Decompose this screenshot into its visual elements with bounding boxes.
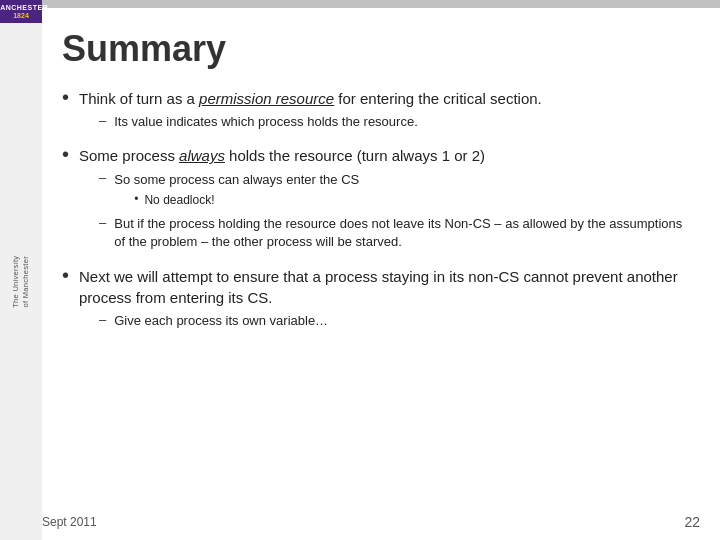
sub-dash-2-1: – — [99, 170, 106, 185]
bullet-text-1: Think of turn as a permission resource f… — [79, 90, 542, 107]
bullet-text-2: Some process always holds the resource (… — [79, 147, 485, 164]
footer-page-number: 22 — [684, 514, 700, 530]
sidebar-text-container: The University of Manchester — [0, 23, 47, 540]
sub-item-2-2: – But if the process holding the resourc… — [99, 215, 690, 251]
sub-item-2-1: – So some process can always enter the C… — [99, 170, 690, 211]
bullet-text-3: Next we will attempt to ensure that a pr… — [79, 268, 678, 306]
left-sidebar: MANCHEsTER 1824 The University of Manche… — [0, 0, 42, 540]
sub-sub-text-2-1-1: No deadlock! — [144, 192, 214, 209]
bullet-item-2: • Some process always holds the resource… — [62, 145, 690, 255]
main-content: Summary • Think of turn as a permission … — [42, 8, 720, 540]
sub-dash-3-1: – — [99, 312, 106, 327]
sub-sub-list-2-1: • No deadlock! — [134, 192, 359, 209]
bullet-dot-1: • — [62, 86, 69, 109]
sub-dash-2-2: – — [99, 215, 106, 230]
top-bar — [0, 0, 720, 8]
sub-sub-dot: • — [134, 192, 138, 206]
sidebar-rotated-text: The University of Manchester — [11, 256, 31, 308]
logo-block: MANCHEsTER 1824 — [0, 0, 42, 23]
sub-item-3-1: – Give each process its own variable… — [99, 312, 690, 330]
slide-title: Summary — [62, 28, 690, 70]
footer: Sept 2011 22 — [42, 514, 700, 530]
footer-date: Sept 2011 — [42, 515, 97, 529]
sub-text-3-1: Give each process its own variable… — [114, 312, 328, 330]
sub-dash: – — [99, 113, 106, 128]
sub-sub-item-2-1-1: • No deadlock! — [134, 192, 359, 209]
sub-item-1-1: – Its value indicates which process hold… — [99, 113, 542, 131]
logo-text-main: MANCHEsTER — [0, 4, 48, 12]
bullet-dot-3: • — [62, 264, 69, 287]
bullet-item-1: • Think of turn as a permission resource… — [62, 88, 690, 135]
sub-text-2-2: But if the process holding the resource … — [114, 215, 690, 251]
bullet-item-3: • Next we will attempt to ensure that a … — [62, 266, 690, 334]
sub-text-2-1: So some process can always enter the CS — [114, 172, 359, 187]
sub-list-1: – Its value indicates which process hold… — [99, 113, 542, 131]
sub-list-2: – So some process can always enter the C… — [99, 170, 690, 251]
bullet-list: • Think of turn as a permission resource… — [62, 88, 690, 334]
bullet-dot-2: • — [62, 143, 69, 166]
sub-text-1-1: Its value indicates which process holds … — [114, 113, 418, 131]
logo-text-year: 1824 — [13, 12, 29, 19]
sub-list-3: – Give each process its own variable… — [99, 312, 690, 330]
